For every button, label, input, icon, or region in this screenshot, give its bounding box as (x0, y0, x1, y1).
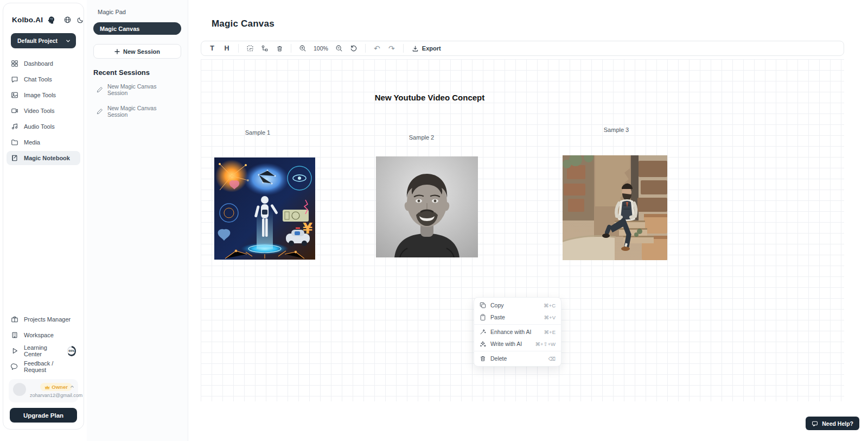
sidebar-item-label: Audio Tools (24, 123, 55, 130)
sample-label-3[interactable]: Sample 3 (604, 127, 629, 133)
context-menu-divider (474, 324, 561, 325)
heading-tool-button[interactable]: H (221, 43, 232, 54)
new-session-label: New Session (123, 48, 160, 55)
canvas-image-ai-concept[interactable]: ¥ (214, 158, 315, 260)
context-menu-enhance-with-ai[interactable]: Enhance with AI ⌘+E (474, 326, 561, 338)
context-menu-label: Enhance with AI (490, 329, 531, 335)
sidebar-item-label: Learning Center (24, 344, 61, 357)
learning-progress-ring: 66% (67, 346, 76, 356)
dark-mode-moon-icon[interactable] (76, 16, 85, 24)
sidebar-item-video-tools[interactable]: Video Tools (7, 104, 80, 118)
context-menu-shortcut: ⌘+V (544, 314, 556, 320)
connector-icon (261, 45, 269, 52)
sidebar-spacer (3, 165, 84, 304)
sidebar-item-projects-manager[interactable]: Projects Manager (7, 312, 80, 326)
context-menu-write-with-ai[interactable]: Write with AI ⌘+⇧+W (474, 338, 561, 350)
sidebar-item-label: Workspace (24, 332, 54, 338)
crown-icon (44, 385, 50, 389)
brain-logo-icon (47, 16, 55, 24)
notebook-icon (11, 154, 18, 162)
zoom-out-icon (335, 45, 343, 52)
sidebar-item-audio-tools[interactable]: Audio Tools (7, 119, 80, 134)
context-menu-divider (474, 351, 561, 351)
sidebar-item-dashboard[interactable]: Dashboard (7, 56, 80, 71)
canvas-image-ruins[interactable] (563, 155, 667, 260)
canvas-title-text[interactable]: New Youtube Video Concept (375, 93, 485, 102)
sidebar: Kolbo.AI Default Project Dashboard Chat … (3, 3, 84, 430)
sidebar-item-image-tools[interactable]: Image Tools (7, 88, 80, 102)
select-tool-button[interactable] (245, 43, 256, 54)
context-menu-shortcut: ⌘+C (544, 303, 556, 308)
sidebar-item-learning-center[interactable]: Learning Center 66% (7, 344, 80, 358)
language-globe-icon[interactable] (63, 15, 72, 24)
avatar (13, 383, 26, 396)
context-menu-label: Delete (490, 355, 507, 362)
upgrade-plan-button[interactable]: Upgrade Plan (10, 408, 77, 423)
sidebar-item-chat-tools[interactable]: Chat Tools (7, 72, 80, 86)
zoom-in-button[interactable] (297, 43, 308, 54)
main-area: Magic Canvas T H 100% ↶ ↷ Export (189, 0, 868, 441)
context-menu-label: Write with AI (490, 341, 522, 347)
zoom-out-button[interactable] (334, 43, 344, 54)
magic-canvas-item-active[interactable]: Magic Canvas (93, 22, 181, 35)
project-selector[interactable]: Default Project (11, 33, 76, 48)
toolbar-divider (238, 44, 239, 53)
select-icon (246, 45, 254, 52)
need-help-button[interactable]: Need Help? (806, 417, 859, 430)
sample-label-2[interactable]: Sample 2 (409, 134, 434, 141)
sidebar-item-label: Magic Notebook (24, 155, 70, 161)
canvas-image-portrait[interactable] (376, 156, 478, 257)
dashboard-icon (11, 60, 18, 67)
sidebar-item-label: Media (24, 139, 40, 146)
sidebar-item-magic-notebook[interactable]: Magic Notebook (7, 151, 80, 165)
sidebar-item-workspace[interactable]: Workspace (7, 328, 80, 342)
toolbar-divider (365, 44, 366, 53)
magic-canvas-grid[interactable]: New Youtube Video Concept Sample 1 Sampl… (201, 59, 844, 401)
app-root: { "sidebar": { "logo_text": "Kolbo.AI", … (0, 0, 868, 441)
session-list-item[interactable]: New Magic Canvas Session (93, 79, 181, 100)
canvas-toolbar: T H 100% ↶ ↷ Export (201, 41, 844, 56)
sample-label-1[interactable]: Sample 1 (245, 129, 270, 136)
building-icon (11, 331, 18, 339)
context-menu-paste[interactable]: Paste ⌘+V (474, 311, 561, 323)
sidebar-item-label: Video Tools (24, 108, 54, 114)
context-menu-copy[interactable]: Copy ⌘+C (474, 299, 561, 311)
new-session-button[interactable]: New Session (93, 44, 181, 59)
text-tool-button[interactable]: T (207, 43, 218, 54)
user-card[interactable]: Owner zoharvan12@gmail.com (9, 379, 78, 402)
sidebar-item-label: Chat Tools (24, 76, 52, 83)
video-icon (11, 107, 18, 115)
delete-tool-button[interactable] (274, 43, 285, 54)
app-logo: Kolbo.AI (12, 16, 43, 24)
help-chat-icon (812, 420, 818, 427)
magic-wand-icon (480, 329, 486, 335)
copy-icon (480, 302, 486, 308)
sidebar-item-label: Image Tools (24, 92, 56, 98)
session-panel: Magic Pad Magic Canvas New Session Recen… (87, 0, 188, 441)
export-button[interactable]: Export (410, 45, 443, 52)
paste-icon (480, 314, 486, 320)
user-menu-chevron-icon[interactable] (70, 385, 74, 389)
sparkles-icon (480, 341, 486, 347)
toolbar-divider (403, 44, 404, 53)
audio-icon (11, 123, 18, 130)
role-badge-label: Owner (52, 384, 68, 390)
need-help-label: Need Help? (822, 420, 853, 427)
reset-view-button[interactable] (348, 43, 359, 54)
magic-pad-item[interactable]: Magic Pad (93, 8, 181, 15)
sidebar-footer-nav: Projects Manager Workspace Learning Cent… (3, 312, 84, 374)
sidebar-item-media[interactable]: Media (7, 135, 80, 149)
learning-progress-value: 66% (68, 348, 75, 355)
context-menu-delete[interactable]: Delete ⌫ (474, 352, 561, 364)
undo-button[interactable]: ↶ (372, 43, 382, 54)
sidebar-item-feedback[interactable]: Feedback / Request (7, 360, 80, 374)
recent-sessions-heading: Recent Sessions (93, 68, 181, 77)
session-list-item[interactable]: New Magic Canvas Session (93, 100, 181, 122)
plus-icon (114, 49, 120, 54)
chat-icon (11, 75, 18, 83)
redo-button[interactable]: ↷ (386, 43, 397, 54)
session-item-label: New Magic Canvas Session (107, 105, 178, 118)
connector-tool-button[interactable] (259, 43, 270, 54)
role-badge: Owner (40, 383, 72, 391)
context-menu-label: Copy (490, 302, 504, 308)
